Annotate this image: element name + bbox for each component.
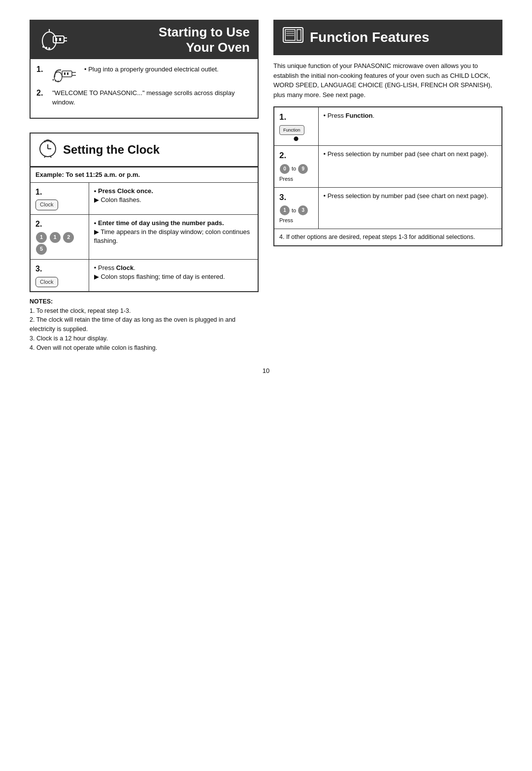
clock-step-3-left: 3. Clock [30,260,89,292]
fn-press-2: Press [279,175,313,183]
svg-point-18 [58,81,59,82]
function-title: Function Features [310,30,430,45]
svg-rect-5 [55,38,57,41]
left-column: Starting to Use Your Oven 1. [30,20,259,352]
step-num-1: 1. [36,65,47,74]
clock-step-3-right: • Press Clock. ▶ Colon stops flashing; t… [89,260,258,292]
note-1: 1. To reset the clock, repeat step 1-3. [30,306,259,316]
fn-step-3-left: 3. 1 to 3 Press [274,187,318,229]
note-2: 2. The clock will retain the time of day… [30,315,259,334]
starting-header: Starting to Use Your Oven [31,21,258,59]
svg-rect-6 [59,38,61,41]
starting-step-2: 2. "WELCOME TO PANASONIC..." message scr… [36,89,252,106]
clock-step-1-arrow: ▶ Colon flashes. [94,196,253,204]
clock-title: Setting the Clock [63,143,160,157]
starting-step-2-text: "WELCOME TO PANASONIC..." message scroll… [52,89,252,106]
svg-rect-2 [53,36,64,43]
fn-step-1-left: 1. Function ⬤ [274,107,318,146]
function-icon [281,24,305,51]
badge-2: 1 [50,232,61,243]
svg-rect-14 [64,72,66,75]
clock-step-3-arrow: ▶ Colon stops flashing; time of day is e… [94,272,253,281]
fn-press-3: Press [279,217,313,224]
function-intro: This unique function of your PANASONIC m… [273,61,502,100]
clock-step-1-right: • Press Clock once. ▶ Colon flashes. [89,182,258,214]
function-table: 1. Function ⬤ • Press Function. 2. [273,106,502,246]
plug-illus [52,65,79,84]
example-row: Example: To set 11:25 a.m. or p.m. [30,167,258,182]
fn-circle-3: 3 [298,205,308,215]
fn-step-1-text: • Press Function. [324,111,497,120]
clock-step-3-row: 3. Clock • Press Clock. ▶ Colon stops fl… [30,260,258,292]
note-4: 4. Oven will not operate while colon is … [30,343,259,353]
fn-circle-9: 9 [298,164,308,174]
page-layout: Starting to Use Your Oven 1. [30,20,502,352]
notes-section: NOTES: 1. To reset the clock, repeat ste… [30,297,259,353]
page-number: 10 [30,367,502,374]
clock-step-2-row: 2. 1 1 2 5 • Enter time of day using the… [30,214,258,259]
fn-step-2-row: 2. 0 to 9 Press • Press selection by num… [274,146,502,187]
fn-circle-0: 0 [280,164,290,174]
starting-step-1: 1. [36,65,252,84]
clock-step-2-bullet: • Enter time of day using the number pad… [94,219,253,228]
function-btn: Function [279,125,304,135]
svg-point-9 [48,47,50,49]
plug-icon [38,26,68,54]
svg-point-23 [50,140,52,142]
svg-point-17 [55,80,57,82]
clock-step-1-row: 1. Clock • Press Clock once. ▶ Colon fla… [30,182,258,214]
fn-step-4-row: 4. If other options are desired, repeat … [274,229,502,246]
clock-step-1-bullet: • Press Clock once. [94,187,253,196]
clock-btn-3: Clock [35,277,58,287]
example-label: Example: To set 11:25 a.m. or p.m. [30,167,258,182]
clock-step-3-num: 3. [35,264,84,274]
fn-circle-1: 1 [280,205,290,215]
badge-1: 1 [36,232,47,243]
clock-section: Setting the Clock Example: To set 11:25 … [30,133,259,353]
starting-step-1-text: • Plug into a properly grounded electric… [84,65,252,74]
clock-step-1-num: 1. [35,187,84,198]
starting-title: Starting to Use Your Oven [74,25,250,55]
clock-icon [37,137,58,162]
badge-3: 2 [63,232,74,243]
fn-step-2-num: 2. [279,150,313,162]
right-column: Function Features This unique function o… [273,20,502,246]
clock-step-3-bullet: • Press Clock. [94,264,253,272]
function-header: Function Features [273,20,502,55]
clock-header: Setting the Clock [30,133,259,167]
svg-point-0 [42,32,56,50]
fn-step-2-left: 2. 0 to 9 Press [274,146,318,187]
svg-point-7 [42,46,44,48]
step-num-2: 2. [36,89,47,98]
svg-rect-28 [297,30,301,40]
notes-title: NOTES: [30,297,259,306]
svg-rect-27 [285,30,295,40]
fn-step-3-right: • Press selection by number pad (see cha… [318,187,502,229]
fn-step-1-row: 1. Function ⬤ • Press Function. [274,107,502,146]
clock-step-1-left: 1. Clock [30,182,89,214]
clock-btn-1: Clock [35,200,58,210]
fn-step-1-right: • Press Function. [318,107,502,146]
svg-point-8 [45,47,47,49]
fn-to-word-3: to [292,207,296,214]
clock-table: Example: To set 11:25 a.m. or p.m. 1. Cl… [30,167,259,292]
clock-badges: 1 1 2 5 [35,232,84,255]
fn-to-word-2: to [292,165,296,172]
clock-step-2-right: • Enter time of day using the number pad… [89,214,258,259]
fn-step-3-num: 3. [279,192,313,203]
svg-point-16 [53,79,54,81]
badge-4: 5 [36,244,47,255]
svg-point-22 [44,140,46,142]
svg-rect-15 [67,72,68,75]
clock-step-2-left: 2. 1 1 2 5 [30,214,89,259]
fn-step-2-right: • Press selection by number pad (see cha… [318,146,502,187]
clock-step-2-num: 2. [35,219,84,230]
note-3: 3. Clock is a 12 hour display. [30,334,259,343]
starting-box: Starting to Use Your Oven 1. [30,20,259,119]
fn-step-3-row: 3. 1 to 3 Press • Press selection by num… [274,187,502,229]
fn-step-4: 4. If other options are desired, repeat … [274,229,502,246]
fn-step-1-num: 1. [279,111,313,123]
starting-content: 1. [31,59,258,117]
clock-step-2-arrow: ▶ Time appears in the display window; co… [94,228,253,245]
